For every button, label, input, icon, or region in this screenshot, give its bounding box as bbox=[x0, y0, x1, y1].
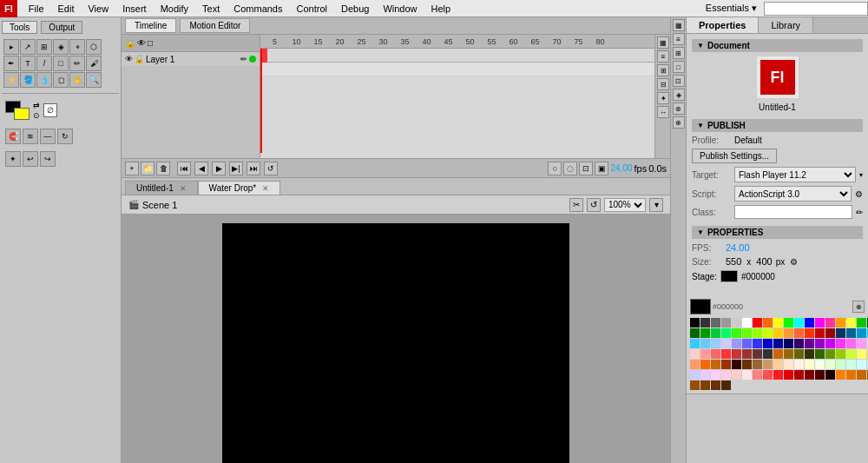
palette-color-cell[interactable] bbox=[690, 328, 700, 338]
palette-color-cell[interactable] bbox=[742, 360, 752, 369]
palette-color-cell[interactable] bbox=[857, 328, 866, 338]
mt-btn-6[interactable]: ↔ bbox=[657, 106, 669, 118]
undo-btn[interactable]: ↩ bbox=[23, 151, 38, 167]
palette-color-cell[interactable] bbox=[753, 360, 762, 369]
size-height[interactable]: 400 bbox=[756, 256, 772, 267]
menu-file[interactable]: File bbox=[22, 2, 51, 16]
palette-color-cell[interactable] bbox=[711, 370, 720, 380]
palette-color-cell[interactable] bbox=[773, 370, 783, 380]
snap-to-objects[interactable]: 🧲 bbox=[5, 129, 21, 144]
script-select[interactable]: ActionScript 3.0 bbox=[734, 186, 852, 202]
palette-color-cell[interactable] bbox=[742, 318, 752, 327]
line-tool[interactable]: / bbox=[36, 56, 52, 71]
onion-skin-marker-btn[interactable]: ▣ bbox=[595, 162, 608, 175]
palette-color-cell[interactable] bbox=[700, 370, 710, 380]
palette-color-cell[interactable] bbox=[721, 380, 731, 390]
palette-color-cell[interactable] bbox=[805, 360, 814, 369]
palette-color-cell[interactable] bbox=[857, 360, 866, 369]
loop-btn[interactable]: ↺ bbox=[264, 162, 278, 175]
menu-window[interactable]: Window bbox=[376, 2, 424, 16]
palette-color-cell[interactable] bbox=[815, 318, 825, 327]
size-edit-icon[interactable]: ⚙ bbox=[790, 257, 798, 267]
eraser[interactable]: ◻ bbox=[53, 72, 69, 88]
menu-edit[interactable]: Edit bbox=[51, 2, 82, 16]
palette-color-cell[interactable] bbox=[846, 328, 856, 338]
palette-color-cell[interactable] bbox=[836, 370, 845, 380]
palette-color-cell[interactable] bbox=[784, 318, 793, 327]
text-tool[interactable]: T bbox=[20, 56, 36, 71]
palette-color-cell[interactable] bbox=[753, 349, 762, 359]
zoom-dropdown-btn[interactable]: ▾ bbox=[649, 198, 663, 212]
palette-color-cell[interactable] bbox=[846, 318, 856, 327]
tools-tab[interactable]: Tools bbox=[2, 21, 37, 34]
menu-modify[interactable]: Modify bbox=[154, 2, 195, 16]
palette-color-cell[interactable] bbox=[815, 339, 825, 348]
close-tab-water-drop[interactable]: ✕ bbox=[262, 184, 269, 193]
add-layer-btn[interactable]: + bbox=[125, 162, 139, 175]
target-select[interactable]: Flash Player 11.2 bbox=[734, 167, 856, 182]
palette-color-cell[interactable] bbox=[773, 318, 783, 327]
paint-bucket[interactable]: 🪣 bbox=[20, 72, 36, 88]
palette-color-cell[interactable] bbox=[784, 370, 793, 380]
tab-untitled1[interactable]: Untitled-1 ✕ bbox=[125, 181, 198, 195]
palette-color-cell[interactable] bbox=[753, 339, 762, 348]
palette-color-cell[interactable] bbox=[711, 360, 720, 369]
palette-color-cell[interactable] bbox=[794, 339, 804, 348]
add-folder-btn[interactable]: 📁 bbox=[141, 162, 155, 175]
zoom-select[interactable]: 100% 50% 200% bbox=[604, 198, 646, 212]
delete-layer-btn[interactable]: 🗑 bbox=[156, 162, 170, 175]
palette-color-cell[interactable] bbox=[690, 360, 700, 369]
menu-insert[interactable]: Insert bbox=[115, 2, 154, 16]
zoom-tool[interactable]: 🔍 bbox=[86, 72, 102, 88]
palette-color-cell[interactable] bbox=[721, 360, 731, 369]
palette-color-cell[interactable] bbox=[763, 349, 773, 359]
brush-tool[interactable]: 🖌 bbox=[86, 56, 102, 71]
palette-color-cell[interactable] bbox=[805, 328, 814, 338]
play-btn[interactable]: ▶ bbox=[212, 162, 226, 175]
rss-btn-1[interactable]: ▦ bbox=[673, 19, 685, 31]
palette-color-cell[interactable] bbox=[721, 318, 731, 327]
palette-color-cell[interactable] bbox=[742, 339, 752, 348]
palette-color-cell[interactable] bbox=[763, 318, 773, 327]
palette-color-cell[interactable] bbox=[700, 380, 710, 390]
rss-btn-2[interactable]: ≡ bbox=[673, 33, 685, 45]
bone-tool[interactable]: ⚡ bbox=[3, 72, 19, 88]
palette-color-cell[interactable] bbox=[825, 370, 835, 380]
stage-canvas[interactable] bbox=[222, 223, 569, 463]
palette-color-cell[interactable] bbox=[753, 318, 762, 327]
script-settings-icon[interactable]: ⚙ bbox=[855, 189, 863, 199]
rotate-tool[interactable]: ↻ bbox=[57, 129, 73, 144]
menu-help[interactable]: Help bbox=[424, 2, 458, 16]
palette-color-cell[interactable] bbox=[825, 318, 835, 327]
lasso-tool[interactable]: ⌖ bbox=[69, 39, 85, 55]
first-frame-btn[interactable]: ⏮ bbox=[177, 162, 191, 175]
palette-color-cell[interactable] bbox=[763, 370, 773, 380]
size-width[interactable]: 550 bbox=[726, 256, 741, 267]
palette-color-cell[interactable] bbox=[784, 360, 793, 369]
palette-color-cell[interactable] bbox=[773, 339, 783, 348]
rss-btn-6[interactable]: ◈ bbox=[673, 89, 685, 101]
eyedropper[interactable]: 💧 bbox=[36, 72, 52, 88]
palette-color-cell[interactable] bbox=[742, 349, 752, 359]
essentials-dropdown[interactable]: Essentials ▾ bbox=[699, 1, 764, 16]
palette-color-cell[interactable] bbox=[815, 360, 825, 369]
palette-color-cell[interactable] bbox=[732, 339, 741, 348]
motion-editor-tab[interactable]: Motion Editor bbox=[180, 18, 250, 33]
palette-color-cell[interactable] bbox=[721, 339, 731, 348]
output-tab[interactable]: Output bbox=[41, 21, 82, 34]
palette-color-cell[interactable] bbox=[846, 349, 856, 359]
palette-color-cell[interactable] bbox=[711, 349, 720, 359]
palette-color-cell[interactable] bbox=[794, 318, 804, 327]
palette-menu-btn[interactable]: ⊕ bbox=[852, 301, 865, 313]
palette-color-cell[interactable] bbox=[794, 370, 804, 380]
scene-breadcrumb[interactable]: Scene 1 bbox=[142, 200, 177, 210]
palette-color-cell[interactable] bbox=[700, 328, 710, 338]
palette-color-cell[interactable] bbox=[690, 339, 700, 348]
palette-color-cell[interactable] bbox=[794, 328, 804, 338]
no-color[interactable]: ∅ bbox=[43, 103, 57, 117]
close-tab-untitled1[interactable]: ✕ bbox=[180, 184, 187, 193]
library-tab[interactable]: Library bbox=[759, 17, 813, 33]
palette-color-cell[interactable] bbox=[732, 360, 741, 369]
rss-btn-3[interactable]: ⊞ bbox=[673, 47, 685, 59]
palette-color-cell[interactable] bbox=[773, 349, 783, 359]
